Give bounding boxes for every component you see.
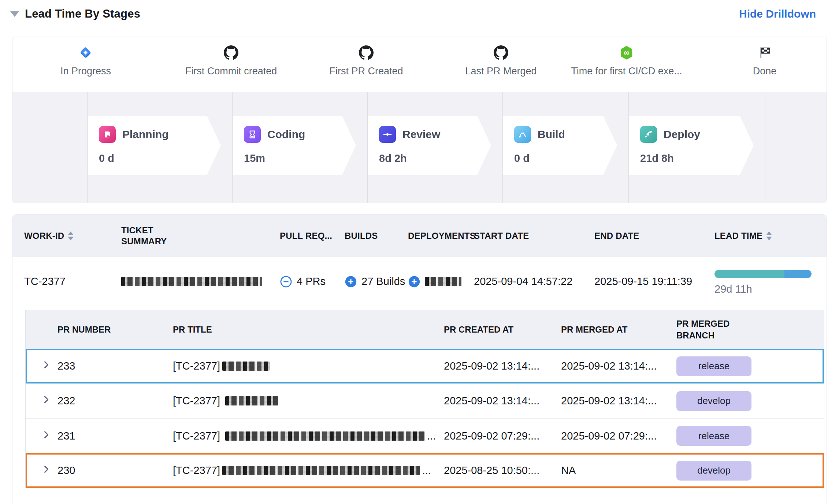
builds-cell: 27 Builds <box>345 275 408 288</box>
col-deployments: DEPLOYMENTS <box>408 230 474 241</box>
pr-title: [TC-2377] <box>173 360 444 372</box>
chevron-right-icon[interactable] <box>41 430 51 442</box>
chevron-right-icon[interactable] <box>41 360 51 373</box>
lead-time-drilldown-view: Lead Time By Stages Hide Drilldown In Pr… <box>0 0 839 504</box>
pr-created-at: 2025-09-02 13:14:... <box>444 360 561 372</box>
col-lead-time[interactable]: LEAD TIME <box>714 230 816 241</box>
stage-build: Build 0 d <box>503 116 617 175</box>
pr-table: PR NUMBER PR TITLE PR CREATED AT PR MERG… <box>25 310 824 488</box>
milestone-in-progress: In Progress <box>12 45 163 77</box>
pr-row-231[interactable]: 231 [TC-2377]... 2025-09-02 07:29:... 20… <box>26 418 824 453</box>
lead-time-bar <box>714 270 812 278</box>
pr-title: [TC-2377]... <box>173 464 444 477</box>
col-end-date: END DATE <box>594 230 714 241</box>
pr-merged-at: 2025-09-02 13:14:... <box>561 360 676 372</box>
pr-created-at: 2025-08-25 10:50:... <box>444 464 561 477</box>
collapse-caret-icon[interactable] <box>10 11 19 17</box>
pr-merged-at: NA <box>561 464 676 477</box>
stages-panel: In Progress First Commit created First P… <box>12 37 827 203</box>
col-start-date: START DATE <box>474 230 594 241</box>
milestone-cicd: ∞ Time for first CI/CD exe... <box>550 45 704 77</box>
lead-time-cell: 29d 11h <box>714 268 816 295</box>
stage-coding: Coding 15m <box>233 116 356 175</box>
stage-duration: 8d 2h <box>379 152 491 164</box>
chevron-right-icon[interactable] <box>41 394 51 407</box>
stage-duration: 15m <box>244 152 356 164</box>
pr-number: 232 <box>57 395 173 407</box>
minus-circle-icon[interactable] <box>280 275 292 288</box>
pr-title: [TC-2377]... <box>173 430 444 442</box>
pr-row-230[interactable]: 230 [TC-2377]... 2025-08-25 10:50:... NA… <box>26 453 824 488</box>
stage-deploy: Deploy 21d 8h <box>629 116 754 175</box>
deployments-cell <box>408 275 474 288</box>
col-builds: BUILDS <box>345 230 408 241</box>
finish-flag-icon <box>757 45 772 60</box>
col-pr-number: PR NUMBER <box>57 324 173 335</box>
col-pull-requests: PULL REQ... <box>280 230 345 241</box>
review-icon <box>379 126 396 143</box>
planning-icon <box>99 126 116 143</box>
milestone-done: Done <box>688 45 827 77</box>
sort-icon[interactable] <box>68 231 74 240</box>
stage-duration: 0 d <box>99 152 221 164</box>
stage-duration: 0 d <box>514 152 617 164</box>
ticket-summary-redacted <box>121 275 280 288</box>
pr-row-233[interactable]: 233 [TC-2377] 2025-09-02 13:14:... 2025-… <box>26 349 824 383</box>
hide-drilldown-link[interactable]: Hide Drilldown <box>739 8 816 20</box>
coding-icon <box>244 126 261 143</box>
milestone-first-pr: First PR Created <box>289 45 443 77</box>
end-date-value: 2025-09-15 19:11:39 <box>594 275 714 288</box>
stage-duration: 21d 8h <box>640 152 754 164</box>
plus-circle-icon[interactable] <box>408 275 420 288</box>
plus-circle-icon[interactable] <box>345 275 357 288</box>
col-pr-title: PR TITLE <box>173 324 444 335</box>
milestone-row: In Progress First Commit created First P… <box>12 37 827 92</box>
cicd-pipeline-icon: ∞ <box>619 45 634 60</box>
pr-row-232[interactable]: 232 [TC-2377] 2025-09-02 13:14:... 2025-… <box>26 383 824 418</box>
lead-time-value: 29d 11h <box>714 283 816 295</box>
col-pr-created-at: PR CREATED AT <box>444 324 561 335</box>
pr-created-at: 2025-09-02 13:14:... <box>444 395 561 407</box>
col-pr-merged-at: PR MERGED AT <box>561 324 676 335</box>
section-header: Lead Time By Stages Hide Drilldown <box>10 4 816 24</box>
stage-review: Review 8d 2h <box>368 116 491 175</box>
pr-number: 231 <box>57 430 173 442</box>
pr-table-header: PR NUMBER PR TITLE PR CREATED AT PR MERG… <box>26 310 824 349</box>
pr-merged-at: 2025-09-02 07:29:... <box>561 430 676 442</box>
github-icon <box>493 45 509 60</box>
milestone-first-commit: First Commit created <box>154 45 308 77</box>
pr-number: 230 <box>57 464 173 477</box>
work-table-header: WORK-ID TICKET SUMMARY PULL REQ... BUILD… <box>12 215 827 257</box>
pr-number: 233 <box>57 360 173 372</box>
work-item-table: WORK-ID TICKET SUMMARY PULL REQ... BUILD… <box>12 214 827 504</box>
branch-badge: develop <box>676 461 751 481</box>
chevron-right-icon[interactable] <box>41 464 51 477</box>
branch-badge: release <box>676 356 751 376</box>
page-title: Lead Time By Stages <box>25 7 140 21</box>
build-icon <box>514 126 531 143</box>
branch-badge: develop <box>676 391 751 411</box>
github-icon <box>223 45 239 60</box>
branch-badge: release <box>676 426 751 446</box>
deploy-icon <box>640 126 657 143</box>
stage-planning: Planning 0 d <box>88 116 221 175</box>
pr-merged-at: 2025-09-02 13:14:... <box>561 395 676 407</box>
work-item-row: TC-2377 4 PRs <box>12 257 827 306</box>
col-ticket-summary: TICKET SUMMARY <box>121 225 280 247</box>
col-work-id[interactable]: WORK-ID <box>24 230 121 241</box>
github-icon <box>359 45 374 60</box>
sort-icon[interactable] <box>766 231 772 240</box>
col-pr-merged-branch: PR MERGED BRANCH <box>676 318 817 341</box>
stage-band: Planning 0 d Coding 15m <box>12 92 827 203</box>
pull-requests-cell: 4 PRs <box>280 275 345 288</box>
svg-text:∞: ∞ <box>623 48 630 57</box>
pr-title: [TC-2377] <box>173 395 444 407</box>
work-id-value: TC-2377 <box>24 275 121 288</box>
pr-created-at: 2025-09-02 07:29:... <box>444 430 561 442</box>
start-date-value: 2025-09-04 14:57:22 <box>474 275 594 288</box>
jira-in-progress-icon <box>78 45 93 60</box>
